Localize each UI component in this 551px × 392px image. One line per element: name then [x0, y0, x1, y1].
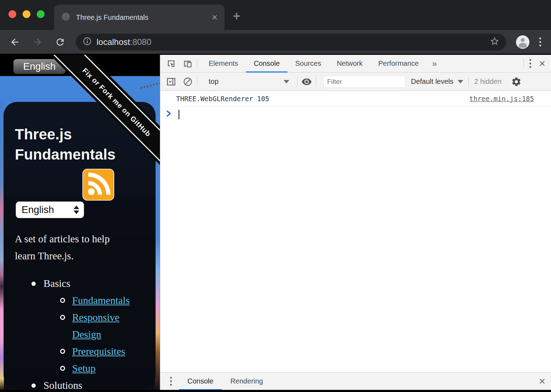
reload-button[interactable]	[54, 36, 66, 48]
tab-title: Three.js Fundamentals	[76, 13, 212, 22]
circle-bullet-icon	[60, 298, 65, 303]
back-button[interactable]	[9, 36, 21, 48]
nav-link-responsive-design[interactable]: Responsive Design	[0, 309, 149, 343]
bookmark-star-icon[interactable]	[489, 36, 500, 48]
drawer-tab-console[interactable]: Console	[179, 373, 222, 390]
separator	[197, 76, 197, 87]
separator	[316, 76, 316, 87]
devtools-menu-icon[interactable]	[527, 57, 533, 70]
prompt-chevron-icon	[166, 110, 171, 119]
devtools-tab-performance[interactable]: Performance	[371, 55, 427, 73]
forward-button[interactable]	[32, 36, 43, 48]
address-bar[interactable]: localhost:8080	[76, 34, 506, 51]
nav-section-basics: Basics	[0, 275, 160, 292]
console-sidebar-toggle-icon[interactable]	[166, 76, 177, 87]
macos-zoom-button[interactable]	[37, 10, 45, 18]
circle-bullet-icon	[60, 315, 65, 320]
devtools-tab-elements[interactable]: Elements	[201, 55, 246, 73]
url-port: :8080	[130, 37, 151, 47]
select-spinner-icon	[74, 206, 79, 214]
drawer-menu-icon[interactable]	[168, 375, 174, 388]
live-expression-eye-icon[interactable]	[301, 76, 312, 87]
bullet-icon	[31, 384, 36, 388]
new-tab-button[interactable]: +	[233, 8, 240, 24]
macos-minimize-button[interactable]	[23, 10, 30, 18]
console-log-row: THREE.WebGLRenderer 105 three.min.js:185	[160, 91, 551, 106]
tab-favicon-globe-icon	[61, 12, 70, 23]
circle-bullet-icon	[60, 366, 65, 371]
tab-close-icon[interactable]: ×	[212, 13, 218, 22]
device-toolbar-icon[interactable]	[182, 58, 193, 69]
language-select[interactable]: English	[16, 201, 84, 218]
separator	[523, 58, 524, 69]
console-log-source-link[interactable]: three.min.js:185	[469, 95, 534, 103]
console-toolbar: top Default levels 2 hidden	[160, 73, 551, 91]
devtools-close-icon[interactable]: ×	[533, 58, 551, 69]
devtools-tab-console[interactable]: Console	[246, 55, 287, 73]
nav-link-fundamentals[interactable]: Fundamentals	[0, 292, 156, 309]
window-bottom-edge	[0, 390, 551, 392]
log-levels-select[interactable]: Default levels	[411, 77, 463, 86]
browser-menu-icon[interactable]	[537, 35, 543, 48]
log-levels-value: Default levels	[411, 77, 453, 86]
devtools-tab-network[interactable]: Network	[329, 55, 370, 73]
devtools-panel: Elements Console Sources Network Perform…	[160, 55, 551, 390]
browser-toolbar: localhost:8080	[0, 30, 551, 54]
site-info-icon[interactable]	[83, 37, 92, 47]
separator	[468, 76, 469, 87]
devtools-tab-bar: Elements Console Sources Network Perform…	[160, 55, 551, 73]
nav-link-setup[interactable]: Setup	[0, 360, 156, 377]
inspect-element-icon[interactable]	[166, 58, 177, 69]
nav-section-solutions: Solutions	[0, 377, 160, 390]
console-prompt[interactable]	[160, 106, 551, 122]
browser-tab[interactable]: Three.js Fundamentals ×	[54, 5, 225, 30]
console-filter-input[interactable]	[323, 76, 405, 88]
drawer-close-icon[interactable]: ×	[533, 376, 551, 387]
nav-link-prerequisites[interactable]: Prerequisites	[0, 343, 156, 360]
window-titlebar: Three.js Fundamentals × +	[0, 0, 551, 30]
url-text: localhost:8080	[97, 37, 151, 47]
devtools-tab-sources[interactable]: Sources	[288, 55, 329, 73]
chevron-down-icon	[284, 80, 289, 83]
separator	[197, 58, 197, 69]
circle-bullet-icon	[60, 349, 65, 354]
site-navigation: Basics Fundamentals Responsive Design Pr…	[0, 275, 160, 390]
language-select-value: English	[22, 204, 54, 215]
drawer-tab-rendering[interactable]: Rendering	[222, 373, 271, 390]
chevron-down-icon	[458, 80, 463, 83]
more-tabs-icon[interactable]: »	[427, 59, 442, 69]
hidden-messages-count: 2 hidden	[474, 77, 501, 86]
javascript-context-select[interactable]: top	[204, 77, 294, 86]
bullet-icon	[31, 282, 36, 286]
text-cursor	[179, 110, 179, 119]
macos-close-button[interactable]	[8, 10, 16, 18]
page-viewport: English Fix or Fork me on GitHub Three.j…	[0, 55, 160, 390]
console-log-message: THREE.WebGLRenderer 105	[176, 95, 269, 103]
console-settings-gear-icon[interactable]	[511, 76, 522, 87]
site-tagline: A set of articles to help learn Three.js…	[15, 230, 116, 264]
rss-feed-icon[interactable]	[82, 169, 114, 201]
profile-avatar[interactable]	[516, 35, 529, 49]
context-value: top	[209, 77, 219, 86]
separator	[297, 76, 297, 87]
clear-console-icon[interactable]	[182, 76, 193, 87]
devtools-drawer: Console Rendering ×	[160, 372, 551, 390]
